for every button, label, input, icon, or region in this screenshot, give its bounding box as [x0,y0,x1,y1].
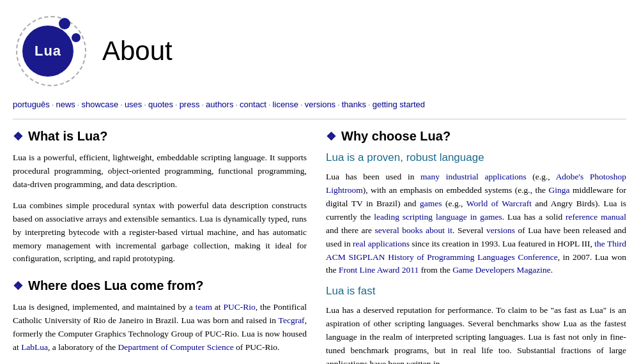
nav-sep: · [77,100,80,109]
gdm-link[interactable]: Game Developers Magazine [452,265,551,275]
nav-uses[interactable]: uses [125,100,142,109]
header: Lua About [0,0,639,96]
proven-subtitle: Lua is a proven, robust language [326,151,626,164]
nav-sep: · [368,100,371,109]
nav-sep: · [268,100,271,109]
nav-getting-started[interactable]: getting started [373,100,425,109]
nav-sep: · [337,100,340,109]
where-lua-heading: ❖ Where does Lua come from? [13,278,307,293]
nav-thanks[interactable]: thanks [342,100,366,109]
nav-sep: · [235,100,238,109]
team-link[interactable]: team [196,302,212,312]
what-title-text: What is Lua? [28,129,107,144]
logo-dot-top [59,18,70,29]
real-apps-link[interactable]: real applications [353,239,410,248]
ref-manual-link[interactable]: reference manual [566,212,626,222]
main-content: ❖ What is Lua? Lua is a powerful, effici… [0,129,639,364]
nav-license[interactable]: license [273,100,298,109]
dept-cs-link[interactable]: Department of Computer Science [118,342,234,352]
nav-contact[interactable]: contact [240,100,266,109]
front-line-link[interactable]: Front Line Award 2011 [339,265,419,275]
books-link[interactable]: several books about it [375,225,453,235]
tecgraf-link[interactable]: Tecgraf [279,315,305,325]
industrial-apps-link[interactable]: many industrial applications [420,172,527,181]
versions-link[interactable]: versions [486,225,515,235]
ginga-link[interactable]: Ginga [549,185,570,195]
left-column: ❖ What is Lua? Lua is a powerful, effici… [13,129,307,364]
nav-news[interactable]: news [56,100,75,109]
fast-para: Lua has a deserved reputation for perfor… [326,304,626,364]
logo-container: Lua [13,13,89,89]
logo-dot-right [72,33,81,42]
lablua-link[interactable]: LabLua [21,342,48,352]
diamond-icon-what: ❖ [13,130,23,144]
games-link[interactable]: games [420,199,442,208]
leading-link[interactable]: leading scripting language in games [374,212,502,222]
nav-sep: · [300,100,303,109]
nav-showcase[interactable]: showcase [81,100,118,109]
diamond-icon-where: ❖ [13,279,23,293]
right-column: ❖ Why choose Lua? Lua is a proven, robus… [326,129,626,364]
logo-text: Lua [35,43,61,59]
what-para-2: Lua combines simple procedural syntax wi… [13,199,307,266]
page-title: About [102,36,173,66]
proven-para: Lua has been used in many industrial app… [326,171,626,277]
why-title-text: Why choose Lua? [341,129,450,144]
nav-sep: · [144,100,146,109]
logo-inner-circle: Lua [22,26,73,77]
nav-sep: · [120,100,123,109]
where-para: Lua is designed, implemented, and mainta… [13,301,307,354]
fast-subtitle: Lua is fast [326,285,626,298]
nav-sep: · [52,100,54,109]
nav-quotes[interactable]: quotes [148,100,173,109]
nav-divider [13,119,626,119]
where-title-text: Where does Lua come from? [28,278,204,293]
puc-rio-link[interactable]: PUC-Rio [224,302,256,312]
nav-versions[interactable]: versions [305,100,335,109]
why-lua-heading: ❖ Why choose Lua? [326,129,626,144]
nav-authors[interactable]: authors [206,100,233,109]
nav-portugues[interactable]: português [13,100,50,109]
diamond-icon-why: ❖ [326,130,336,144]
nav-sep: · [175,100,178,109]
nav-press[interactable]: press [180,100,200,109]
what-para-1: Lua is a powerful, efficient, lightweigh… [13,151,307,192]
what-is-lua-heading: ❖ What is Lua? [13,129,307,144]
nav-bar: português·news·showcase·uses·quotes·pres… [0,96,639,116]
nav-sep: · [201,100,204,109]
wow-link[interactable]: World of Warcraft [466,199,532,208]
